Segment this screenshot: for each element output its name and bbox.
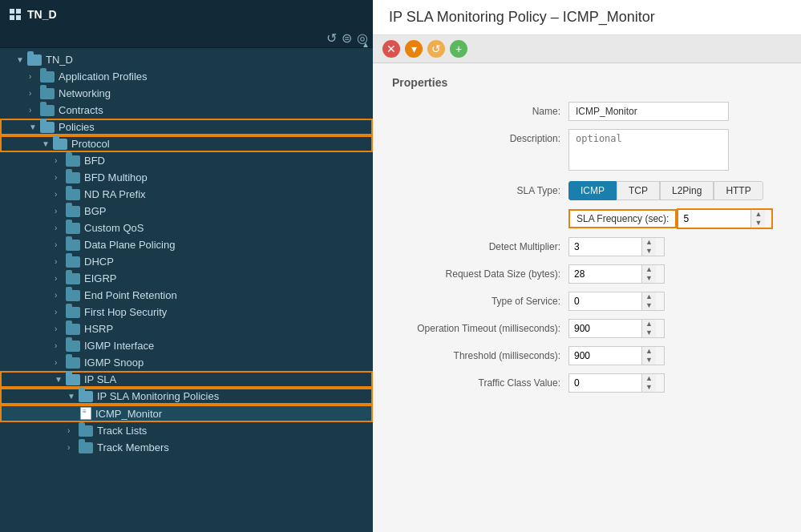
folder-icon [27,54,42,66]
name-label: Name: [392,102,568,117]
sla-frequency-label: SLA Frequency (sec): [568,209,677,228]
detect-multiplier-field: ▲ ▼ [568,237,782,256]
add-button[interactable]: + [450,40,467,58]
request-data-size-spinners: ▲ ▼ [641,265,656,283]
sla-type-row: SLA Type: ICMP TCP L2Ping HTTP [392,181,782,200]
tree-item-icmp-monitor[interactable]: ICMP_Monitor [0,405,373,422]
item-label: ND RA Prefix [84,188,368,200]
sla-btn-tcp[interactable]: TCP [617,181,660,200]
item-label: Custom QoS [84,222,368,234]
tree-item-root[interactable]: ▼ TN_D [0,51,373,68]
request-data-size-down[interactable]: ▼ [642,274,656,283]
item-label: IP SLA Monitoring Policies [97,390,368,402]
sla-btn-http[interactable]: HTTP [714,181,763,200]
threshold-up[interactable]: ▲ [642,347,656,356]
folder-icon [79,425,93,437]
operation-timeout-down[interactable]: ▼ [642,328,656,337]
chevron-icon: ▼ [16,55,27,64]
sla-btn-l2ping[interactable]: L2Ping [660,181,714,200]
tree-item-bgp[interactable]: › BGP [0,203,373,220]
item-label: Track Members [97,441,368,453]
tree-item-nd-ra-prefix[interactable]: › ND RA Prefix [0,186,373,203]
sla-frequency-row: SLA Frequency (sec): ▲ ▼ [392,208,782,229]
operation-timeout-row: Operation Timeout (milliseconds): ▲ ▼ [392,319,782,338]
tree-item-networking[interactable]: › Networking [0,85,373,102]
folder-icon [40,122,55,133]
item-label: IGMP Interface [84,340,368,352]
operation-timeout-input[interactable] [569,320,641,337]
type-of-service-down[interactable]: ▼ [642,301,656,310]
delete-button[interactable]: ✕ [382,40,400,58]
tree-item-igmp-snoop[interactable]: › IGMP Snoop [0,354,373,371]
tree-item-track-lists[interactable]: › Track Lists [0,422,373,439]
traffic-class-label: Traffic Class Value: [392,373,568,389]
request-data-size-input-wrap: ▲ ▼ [568,264,665,284]
tree-item-ip-sla-monitoring-policies[interactable]: ▼ IP SLA Monitoring Policies [0,388,373,405]
type-of-service-row: Type of Service: ▲ ▼ [392,292,782,311]
item-label: End Point Retention [84,289,368,301]
tree-item-bfd-multihop[interactable]: › BFD Multihop [0,169,373,186]
request-data-size-input[interactable] [569,265,641,283]
folder-icon [66,341,80,352]
sla-frequency-input[interactable] [678,210,750,228]
type-of-service-up[interactable]: ▲ [642,292,656,301]
request-data-size-field: ▲ ▼ [568,264,782,284]
threshold-input[interactable] [569,347,641,365]
traffic-class-up[interactable]: ▲ [642,374,656,383]
folder-icon [66,290,80,301]
tree-item-igmp-interface[interactable]: › IGMP Interface [0,337,373,354]
detect-multiplier-input[interactable] [569,238,641,256]
detect-multiplier-down[interactable]: ▼ [642,247,656,256]
right-panel: IP SLA Monitoring Policy – ICMP_Monitor … [373,0,801,532]
threshold-label: Threshold (milliseconds): [392,346,568,361]
tree-item-end-point-retention[interactable]: › End Point Retention [0,287,373,304]
chevron-icon: › [29,89,40,98]
chevron-icon: › [55,291,66,300]
name-input[interactable] [568,102,729,121]
tree-item-eigrp[interactable]: › EIGRP [0,270,373,287]
sla-frequency-spinners: ▲ ▼ [750,210,765,228]
grid-icon [10,9,21,20]
right-header: IP SLA Monitoring Policy – ICMP_Monitor [373,0,801,35]
tree-item-policies[interactable]: ▼ Policies [0,119,373,135]
operation-timeout-up[interactable]: ▲ [642,320,656,328]
chevron-icon: ▼ [42,139,53,148]
request-data-size-label: Request Data Size (bytes): [392,264,568,280]
tree-item-track-members[interactable]: › Track Members [0,439,373,456]
item-label: IGMP Snoop [84,357,368,369]
request-data-size-up[interactable]: ▲ [642,265,656,274]
tree-container: ▼ TN_D › Application Profiles › Networki… [0,48,373,532]
item-label: EIGRP [84,272,368,284]
traffic-class-input[interactable] [569,374,641,392]
tree-item-protocol[interactable]: ▼ Protocol [0,135,373,152]
chevron-icon: › [55,257,66,266]
right-content: Properties Name: Description: SLA Type: … [373,63,801,532]
tree-item-ip-sla[interactable]: ▼ IP SLA [0,371,373,388]
tree-item-custom-qos[interactable]: › Custom QoS [0,220,373,236]
folder-icon [66,206,80,217]
folder-icon [66,324,80,335]
sla-frequency-up[interactable]: ▲ [751,210,765,219]
tree-item-first-hop-security[interactable]: › First Hop Security [0,304,373,320]
tree-item-bfd[interactable]: › BFD [0,152,373,169]
description-input[interactable] [568,129,729,171]
sla-frequency-down[interactable]: ▼ [751,219,765,228]
edit-button[interactable]: ▾ [405,40,423,58]
folder-icon [40,71,55,83]
tree-item-hsrp[interactable]: › HSRP [0,320,373,337]
tree-item-data-plane-policing[interactable]: › Data Plane Policing [0,236,373,253]
nav-icon-1[interactable]: ↺ [326,30,337,46]
threshold-down[interactable]: ▼ [642,356,656,365]
nav-icon-2[interactable]: ⊜ [342,30,352,46]
item-label: ICMP_Monitor [95,408,368,420]
tree-item-contracts[interactable]: › Contracts [0,102,373,119]
detect-multiplier-up[interactable]: ▲ [642,238,656,247]
operation-timeout-label: Operation Timeout (milliseconds): [392,319,568,334]
traffic-class-down[interactable]: ▼ [642,383,656,392]
tree-item-dhcp[interactable]: › DHCP [0,253,373,270]
type-of-service-input[interactable] [569,292,641,310]
tree-item-app-profiles[interactable]: › Application Profiles [0,68,373,85]
refresh-button[interactable]: ↺ [427,40,445,58]
scroll-up-arrow[interactable]: ▲ [362,40,370,49]
sla-btn-icmp[interactable]: ICMP [568,181,617,200]
